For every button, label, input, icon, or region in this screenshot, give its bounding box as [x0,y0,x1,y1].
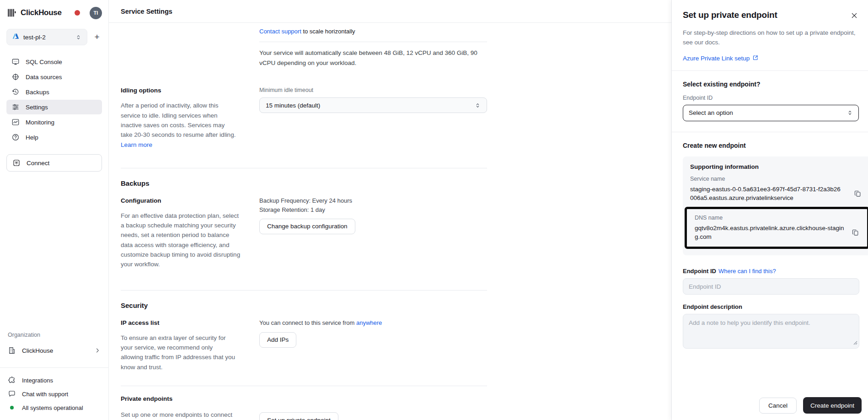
endpoint-id-input[interactable] [683,278,859,295]
endpoint-description-input[interactable] [683,314,859,349]
brand-name: ClickHouse [21,8,62,17]
anywhere-link[interactable]: anywhere [356,319,382,326]
page-header: Service Settings [109,0,671,23]
chevron-updown-icon [847,110,853,116]
autoscale-text: Your service will automatically scale be… [259,48,487,68]
add-ips-button[interactable]: Add IPs [259,332,296,348]
section-divider [121,290,487,291]
change-backup-config-button[interactable]: Change backup configuration [259,219,355,234]
create-endpoint-button[interactable]: Create endpoint [803,397,862,414]
sidebar-item-backups[interactable]: Backups [6,85,102,99]
backup-config-title: Configuration [121,197,250,204]
organization-label: Organization [8,332,102,338]
dns-name-label: DNS name [695,215,867,221]
copy-icon[interactable] [852,229,859,237]
sidebar-item-label: SQL Console [26,59,62,65]
dns-name-highlight-box: DNS name gqtv8o2m4k.eastus.privatelink.a… [685,207,868,249]
backups-section-title: Backups [121,179,671,187]
sidebar-item-label: Data sources [26,74,62,81]
idle-timeout-select[interactable]: 15 minutes (default) [259,97,487,113]
system-status[interactable]: All systems operational [8,401,101,415]
backup-description: For an effective data protection plan, s… [121,211,241,269]
sidebar-item-chat-support[interactable]: Chat with support [8,387,101,401]
private-endpoints-title: Private endpoints [121,395,250,402]
private-endpoints-row: Private endpoints Set up one or more end… [121,395,671,420]
create-new-endpoint-title: Create new endpoint [683,142,857,149]
help-icon [11,133,20,141]
connect-label: Connect [27,160,49,167]
ip-access-description: To ensure an extra layer of security for… [121,333,236,372]
ip-access-row: IP access list To ensure an extra layer … [121,319,671,372]
idle-timeout-label: Minimum idle timeout [259,87,487,93]
idle-timeout-value: 15 minutes (default) [266,102,320,109]
logo-row: ClickHouse TI [6,6,102,19]
select-existing-title: Select existing endpoint? [683,81,857,88]
sidebar-item-integrations[interactable]: Integrations [8,373,101,387]
service-selector-value: test-pl-2 [23,34,46,41]
sidebar-item-help[interactable]: Help [6,130,102,145]
sidebar-item-label: Backups [26,89,49,96]
sidebar-item-data-sources[interactable]: Data sources [6,70,102,84]
footer-item-label: Chat with support [22,391,68,398]
existing-endpoint-select-value: Select an option [689,109,733,116]
sidebar-item-sql-console[interactable]: SQL Console [6,54,102,69]
panel-title: Set up private endpoint [683,10,777,20]
organization-switcher[interactable]: ClickHouse [6,344,102,357]
integrations-icon [8,376,16,384]
dns-name-row: gqtv8o2m4k.eastus.privatelink.azure.clic… [695,224,867,241]
sql-console-icon [11,58,20,66]
connect-button[interactable]: Connect [6,154,102,172]
main-content: Service Settings Contact support to scal… [109,0,671,420]
cancel-button[interactable]: Cancel [759,398,797,414]
panel-intro: For step-by-step directions on how to se… [683,28,857,48]
settings-icon [11,103,20,111]
app-root: ClickHouse TI test-pl-2 + SQL [0,0,868,420]
idling-row: Idling options After a period of inactiv… [121,87,671,150]
private-endpoints-description: Set up one or more endpoints to connect … [121,410,245,420]
backup-frequency: Backup Frequency: Every 24 hours [259,197,487,204]
sidebar-item-label: Monitoring [26,119,54,126]
scaling-contact-line: Contact support to scale horizontally [259,28,487,35]
chevron-right-icon [94,347,101,354]
organization-icon [8,346,16,355]
status-label: All systems operational [22,404,83,411]
supporting-information-card: Supporting information Service name stag… [683,156,868,256]
sidebar-nav: SQL Console Data sources Backups Setting… [6,54,102,145]
external-link-icon [752,54,759,62]
endpoint-description-label: Endpoint description [683,303,742,310]
azure-private-link-setup-link[interactable]: Azure Private Link setup [683,55,750,62]
idling-title: Idling options [121,87,250,94]
chevron-updown-icon [75,34,81,40]
footer-item-label: Integrations [22,377,53,384]
panel-divider [672,132,868,132]
setup-private-endpoint-button[interactable]: Set up private endpoint [259,412,338,420]
service-selector[interactable]: test-pl-2 [6,29,87,45]
scaling-row: Contact support to scale horizontally Yo… [121,27,671,68]
sidebar-item-monitoring[interactable]: Monitoring [6,115,102,129]
existing-endpoint-select[interactable]: Select an option [683,105,859,121]
service-name-label: Service name [690,176,868,182]
copy-icon[interactable] [854,190,862,198]
sidebar-item-settings[interactable]: Settings [6,100,102,114]
avatar[interactable]: TI [90,7,102,19]
endpoint-id-label-row: Endpoint ID Where can I find this? [683,268,857,275]
status-dot-icon [10,406,14,409]
setup-endpoint-panel: Set up private endpoint For step-by-step… [671,0,868,420]
connect-from-line: You can connect to this service from any… [259,319,487,326]
learn-more-link[interactable]: Learn more [121,141,152,148]
panel-footer: Cancel Create endpoint [759,397,862,414]
sidebar-item-label: Settings [26,104,48,111]
backup-retention: Storage Retention: 1 day [259,206,487,213]
section-divider [121,386,487,386]
azure-icon [12,33,19,42]
chat-icon [8,390,16,398]
page-title: Service Settings [121,8,172,15]
security-section-title: Security [121,302,671,309]
idling-description: After a period of inactivity, allow this… [121,101,236,150]
where-can-i-find-this-link[interactable]: Where can I find this? [718,268,776,275]
close-icon[interactable] [849,10,860,21]
contact-support-link[interactable]: Contact support [259,28,301,35]
add-service-button[interactable]: + [92,32,102,42]
supporting-information-title: Supporting information [690,163,868,170]
backups-icon [11,88,20,96]
